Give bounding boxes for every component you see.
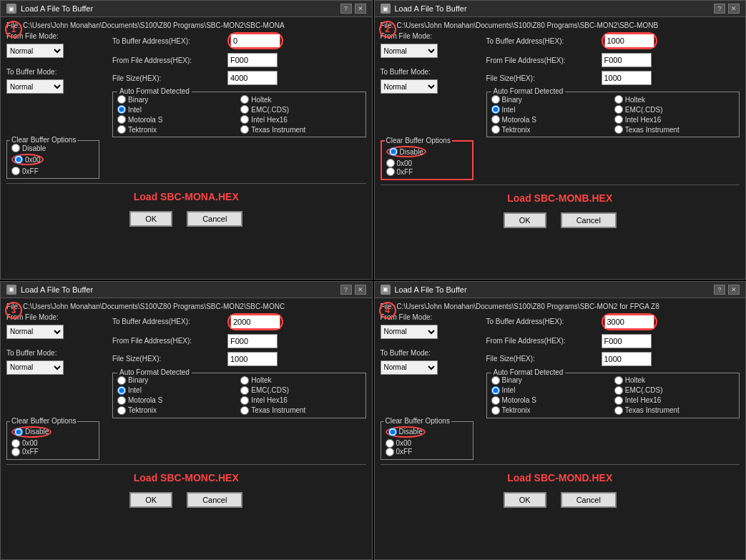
cancel-button-4[interactable]: Cancel xyxy=(561,492,617,508)
close-button-4[interactable]: ✕ xyxy=(728,285,740,295)
to-addr-input-4[interactable]: 3000 xyxy=(604,315,654,329)
radio-disable-3[interactable] xyxy=(14,428,23,436)
close-button-3[interactable]: ✕ xyxy=(355,285,366,295)
radio-hex16-1[interactable] xyxy=(240,115,249,124)
radio-intel-3[interactable] xyxy=(117,386,126,395)
to-addr-input-2[interactable]: 1000 xyxy=(604,34,654,48)
file-size-label-2: File Size(HEX): xyxy=(486,74,597,82)
radio-disable-1[interactable] xyxy=(11,144,20,152)
cancel-button-3[interactable]: Cancel xyxy=(187,492,242,508)
radio-binary-2[interactable] xyxy=(491,95,500,104)
radio-emc-4[interactable] xyxy=(614,386,623,395)
title-bar-1: ▣ Load A File To Buffer ? ✕ xyxy=(1,1,372,17)
from-mode-select-4[interactable]: Normal xyxy=(381,325,438,339)
radio-holtek-1[interactable] xyxy=(240,95,249,104)
radio-intel-1[interactable] xyxy=(117,105,126,114)
load-text-1: Load SBC-MONA.HEX xyxy=(6,188,366,205)
radio-tek-2[interactable] xyxy=(491,125,500,134)
radio-tek-4[interactable] xyxy=(491,406,500,415)
radio-tek-1[interactable] xyxy=(117,125,126,134)
file-size-label-1: File Size(HEX): xyxy=(112,74,223,82)
file-size-input-1[interactable]: 4000 xyxy=(227,71,278,85)
ok-button-1[interactable]: OK xyxy=(129,211,172,227)
radio-0xff-3[interactable] xyxy=(11,448,20,456)
clear-buffer-legend-4: Clear Buffer Options xyxy=(384,417,451,425)
help-button-2[interactable]: ? xyxy=(714,4,725,14)
radio-holtek-2[interactable] xyxy=(614,95,623,104)
from-addr-label-4: From File Address(HEX): xyxy=(486,337,597,345)
close-button-2[interactable]: ✕ xyxy=(728,4,740,14)
radio-hex16-2[interactable] xyxy=(614,115,623,124)
radio-0x00-3[interactable] xyxy=(11,439,20,448)
radio-tek-3[interactable] xyxy=(117,406,126,415)
to-addr-input-3[interactable]: 2000 xyxy=(230,315,280,329)
dialog-title-2: Load A File To Buffer xyxy=(395,4,467,13)
dialog-title-1: Load A File To Buffer xyxy=(21,4,93,13)
to-addr-label-1: To Buffer Address(HEX): xyxy=(112,37,223,45)
radio-binary-4[interactable] xyxy=(491,376,500,385)
radio-0xff-2[interactable] xyxy=(386,167,395,176)
file-size-input-3[interactable]: 1000 xyxy=(227,352,278,366)
radio-emc-2[interactable] xyxy=(614,105,623,114)
radio-0x00-2[interactable] xyxy=(386,159,395,167)
radio-binary-3[interactable] xyxy=(117,376,126,385)
cancel-button-1[interactable]: Cancel xyxy=(187,211,242,227)
step-1: 1 xyxy=(5,21,22,38)
auto-format-group-3: Auto Format Detected Binary Holtek Intel… xyxy=(112,373,366,418)
to-mode-select-3[interactable]: Normal xyxy=(6,360,64,375)
auto-format-legend-2: Auto Format Detected xyxy=(491,87,566,95)
help-button-4[interactable]: ? xyxy=(714,285,725,295)
radio-intel-4[interactable] xyxy=(491,386,500,395)
radio-holtek-3[interactable] xyxy=(240,376,249,385)
file-path-3: C:\Users\John Monahan\Documents\S100\Z80… xyxy=(23,303,285,310)
radio-motorola-4[interactable] xyxy=(491,396,500,405)
ok-button-3[interactable]: OK xyxy=(129,492,172,508)
radio-disable-4[interactable] xyxy=(388,428,397,436)
radio-disable-2[interactable] xyxy=(389,147,398,156)
help-button-1[interactable]: ? xyxy=(340,4,352,14)
radio-motorola-2[interactable] xyxy=(491,115,500,124)
file-size-input-2[interactable]: 1000 xyxy=(602,71,652,85)
close-button-1[interactable]: ✕ xyxy=(355,4,366,14)
radio-texas-2[interactable] xyxy=(614,125,623,134)
cancel-button-2[interactable]: Cancel xyxy=(561,212,617,228)
dialog-title-4: Load A File To Buffer xyxy=(395,285,467,294)
to-mode-select-2[interactable]: Normal xyxy=(381,79,438,94)
radio-motorola-3[interactable] xyxy=(117,396,126,405)
radio-holtek-4[interactable] xyxy=(614,376,623,385)
file-size-label-4: File Size(HEX): xyxy=(486,355,597,363)
from-addr-input-4[interactable]: F000 xyxy=(602,334,652,348)
to-addr-input-1[interactable]: 0 xyxy=(230,34,280,48)
radio-emc-1[interactable] xyxy=(240,105,249,114)
auto-format-group-4: Auto Format Detected Binary Holtek Intel… xyxy=(486,373,740,418)
radio-intel-2[interactable] xyxy=(491,105,500,114)
clear-buffer-legend-3: Clear Buffer Options xyxy=(10,417,77,425)
help-button-3[interactable]: ? xyxy=(340,285,352,295)
to-mode-select-1[interactable]: Normal xyxy=(6,79,64,94)
radio-texas-3[interactable] xyxy=(240,406,249,415)
radio-0x00-1[interactable] xyxy=(14,155,23,164)
from-mode-select-3[interactable]: Normal xyxy=(6,325,64,339)
radio-hex16-4[interactable] xyxy=(614,396,623,405)
radio-binary-1[interactable] xyxy=(117,95,126,104)
from-mode-select-1[interactable]: Normal xyxy=(6,44,64,58)
dialog-2: ▣ Load A File To Buffer ? ✕ 2 File: C:\U… xyxy=(374,0,747,280)
auto-format-legend-3: Auto Format Detected xyxy=(117,368,192,376)
radio-motorola-1[interactable] xyxy=(117,115,126,124)
radio-0x00-4[interactable] xyxy=(386,439,394,448)
from-mode-select-2[interactable]: Normal xyxy=(381,44,438,58)
radio-texas-1[interactable] xyxy=(240,125,249,134)
radio-0xff-4[interactable] xyxy=(386,448,394,456)
ok-button-2[interactable]: OK xyxy=(504,212,546,228)
radio-hex16-3[interactable] xyxy=(240,396,249,405)
ok-button-4[interactable]: OK xyxy=(504,492,546,508)
to-mode-select-4[interactable]: Normal xyxy=(381,360,438,375)
from-addr-input-3[interactable]: F000 xyxy=(227,334,278,348)
file-size-input-4[interactable]: 1000 xyxy=(602,352,652,366)
radio-0xff-1[interactable] xyxy=(11,167,20,175)
radio-texas-4[interactable] xyxy=(614,406,623,415)
from-addr-input-1[interactable]: F000 xyxy=(227,53,278,67)
from-addr-label-2: From File Address(HEX): xyxy=(486,57,597,64)
radio-emc-3[interactable] xyxy=(240,386,249,395)
from-addr-input-2[interactable]: F000 xyxy=(602,53,652,67)
